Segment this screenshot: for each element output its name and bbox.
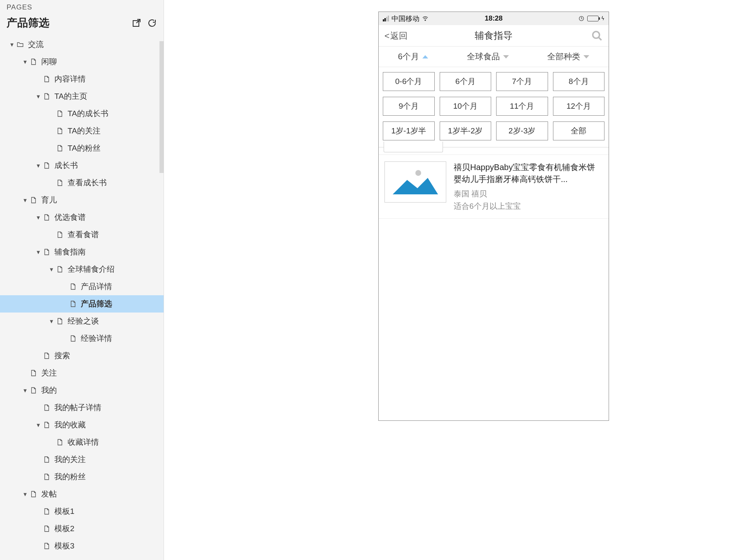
- nav-bar: < 返回 辅食指导: [379, 25, 609, 47]
- pages-sidebar: PAGES 产品筛选 ▼交流▼闲聊▼内容详情▼TA的主页▼TA的成长书▼TA的关…: [0, 0, 164, 560]
- tree-node[interactable]: ▼模板1: [0, 503, 164, 520]
- tree-node[interactable]: ▼闲聊: [0, 53, 164, 70]
- tree-node[interactable]: ▼查看成长书: [0, 174, 164, 191]
- age-option[interactable]: 7个月: [496, 72, 548, 91]
- caret-icon: ▼: [21, 197, 29, 203]
- caret-icon: ▼: [35, 215, 42, 221]
- sidebar-header: PAGES: [0, 0, 164, 12]
- age-option[interactable]: 9个月: [383, 97, 435, 116]
- age-option[interactable]: 6个月: [440, 72, 492, 91]
- back-button[interactable]: < 返回: [384, 30, 408, 42]
- tree-node[interactable]: ▼TA的成长书: [0, 105, 164, 122]
- svg-point-1: [425, 20, 426, 21]
- tree-node[interactable]: ▼收藏详情: [0, 434, 164, 451]
- age-option[interactable]: 8个月: [553, 72, 605, 91]
- tree-node[interactable]: ▼辅食指南: [0, 243, 164, 261]
- product-title: 禧贝HappyBaby宝宝零食有机辅食米饼婴幼儿手指磨牙棒高钙铁饼干...: [454, 161, 603, 185]
- search-button[interactable]: [591, 30, 603, 42]
- tree-node[interactable]: ▼查看食谱: [0, 226, 164, 243]
- age-option[interactable]: 0-6个月: [383, 72, 435, 91]
- tree-node[interactable]: ▼经验详情: [0, 330, 164, 347]
- page-icon: [42, 352, 51, 359]
- tree-node-label: 我的收藏: [54, 420, 86, 430]
- page-icon: [55, 145, 64, 152]
- filter-tabs: 6个月 全球食品 全部种类: [379, 47, 609, 67]
- tree-node-label: TA的粉丝: [68, 143, 101, 154]
- age-option[interactable]: 10个月: [440, 97, 492, 116]
- age-option[interactable]: 1岁半-2岁: [440, 121, 492, 140]
- age-option[interactable]: 全部: [553, 121, 605, 140]
- tree-node-label: 我的帖子详情: [54, 402, 101, 413]
- tree-node[interactable]: ▼模板2: [0, 520, 164, 537]
- tree-node[interactable]: ▼交流: [0, 36, 164, 53]
- export-icon[interactable]: [131, 18, 141, 28]
- tree-node[interactable]: ▼内容详情: [0, 70, 164, 88]
- tree-node[interactable]: ▼全球辅食介绍: [0, 261, 164, 278]
- back-label: 返回: [390, 30, 408, 42]
- page-icon: [55, 127, 64, 135]
- tree-node[interactable]: ▼优选食谱: [0, 209, 164, 226]
- refresh-icon[interactable]: [147, 18, 157, 28]
- filter-origin[interactable]: 全球食品: [467, 51, 509, 62]
- tree-node[interactable]: ▼TA的粉丝: [0, 140, 164, 157]
- caret-icon: ▼: [48, 266, 55, 273]
- tree-node[interactable]: ▼我的关注: [0, 451, 164, 468]
- carrier-label: 中国移动: [391, 14, 419, 23]
- product-origin: 泰国 禧贝: [454, 189, 603, 199]
- tree-node[interactable]: ▼育儿: [0, 191, 164, 209]
- tree-node[interactable]: ▼我的收藏: [0, 416, 164, 434]
- caret-icon: ▼: [35, 163, 42, 169]
- tree-node[interactable]: ▼产品筛选: [0, 295, 164, 313]
- page-icon: [42, 214, 51, 221]
- page-icon: [55, 231, 64, 238]
- tree-node-label: 查看食谱: [68, 229, 99, 240]
- age-option[interactable]: 11个月: [496, 97, 548, 116]
- product-card[interactable]: 禧贝HappyBaby宝宝零食有机辅食米饼婴幼儿手指磨牙棒高钙铁饼干... 泰国…: [379, 155, 609, 219]
- caret-icon: ▼: [21, 59, 29, 65]
- tree-node[interactable]: ▼产品详情: [0, 278, 164, 295]
- age-option[interactable]: 1岁-1岁半: [383, 121, 435, 140]
- tree-node[interactable]: ▼TA的主页: [0, 88, 164, 105]
- page-icon: [42, 248, 51, 256]
- tree-node[interactable]: ▼关注: [0, 364, 164, 382]
- tree-node[interactable]: ▼我的帖子详情: [0, 399, 164, 416]
- page-tree[interactable]: ▼交流▼闲聊▼内容详情▼TA的主页▼TA的成长书▼TA的关注▼TA的粉丝▼成长书…: [0, 36, 164, 560]
- tree-node[interactable]: ▼TA的关注: [0, 122, 164, 140]
- filter-age-label: 6个月: [398, 51, 419, 62]
- charging-icon: ϟ: [601, 16, 604, 21]
- age-option[interactable]: 2岁-3岁: [496, 121, 548, 140]
- page-icon: [68, 335, 77, 342]
- product-suitable: 适合6个月以上宝宝: [454, 201, 603, 212]
- wifi-icon: [422, 15, 429, 22]
- tree-node-label: 搜索: [54, 350, 70, 361]
- product-info: 禧贝HappyBaby宝宝零食有机辅食米饼婴幼儿手指磨牙棒高钙铁饼干... 泰国…: [454, 161, 603, 212]
- list-item-peek: [379, 147, 609, 155]
- tree-node[interactable]: ▼搜索: [0, 347, 164, 364]
- page-icon: [42, 421, 51, 429]
- page-icon: [29, 387, 38, 394]
- page-icon: [42, 162, 51, 169]
- caret-icon: ▼: [35, 422, 42, 428]
- page-icon: [55, 266, 64, 273]
- tree-node-label: 发帖: [41, 489, 57, 499]
- caret-icon: ▼: [48, 318, 55, 324]
- scrollbar-thumb[interactable]: [159, 41, 164, 173]
- svg-point-5: [415, 170, 421, 176]
- svg-point-3: [593, 31, 600, 38]
- tree-node[interactable]: ▼发帖: [0, 485, 164, 503]
- tree-node-label: 产品筛选: [81, 299, 112, 309]
- tree-node[interactable]: ▼我的粉丝: [0, 468, 164, 485]
- tree-node-label: TA的主页: [54, 91, 87, 102]
- tree-node[interactable]: ▼经验之谈: [0, 313, 164, 330]
- page-icon: [29, 490, 38, 498]
- tree-node[interactable]: ▼成长书: [0, 157, 164, 174]
- page-icon: [55, 439, 64, 446]
- status-bar: 中国移动 18:28 ϟ: [379, 12, 609, 25]
- age-option[interactable]: 12个月: [553, 97, 605, 116]
- tree-node[interactable]: ▼我的: [0, 382, 164, 399]
- status-time: 18:28: [485, 14, 502, 23]
- tree-node-label: 交流: [28, 39, 44, 50]
- filter-age[interactable]: 6个月: [398, 51, 428, 62]
- tree-node[interactable]: ▼模板3: [0, 537, 164, 555]
- filter-category[interactable]: 全部种类: [547, 51, 589, 62]
